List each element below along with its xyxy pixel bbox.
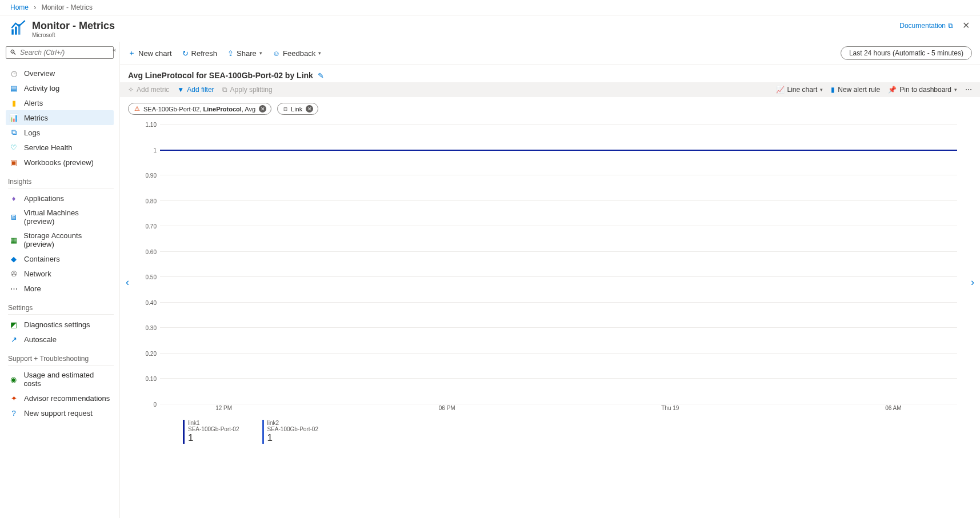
split-pill[interactable]: ⧈ Link ✕ — [277, 103, 318, 115]
y-tick-label: 0.90 — [146, 172, 157, 179]
remove-pill-icon[interactable]: ✕ — [306, 105, 313, 113]
sidebar-item-virtual-machines-preview-[interactable]: 🖥Virtual Machines (preview) — [6, 206, 114, 228]
nav-icon: 📊 — [9, 113, 18, 122]
sidebar-item-activity-log[interactable]: ▤Activity log — [6, 81, 114, 95]
sidebar-item-usage-and-estimated-costs[interactable]: ◉Usage and estimated costs — [6, 368, 114, 391]
y-tick-label: 0 — [153, 401, 157, 408]
add-metric-button[interactable]: ✧Add metric — [128, 86, 169, 94]
nav-label: Activity log — [24, 84, 59, 93]
chart-next-icon[interactable]: › — [971, 276, 974, 288]
chevron-down-icon: ▾ — [259, 50, 262, 56]
nav-icon: ▤ — [9, 83, 18, 93]
nav-icon: ◉ — [9, 375, 18, 384]
sidebar-item-overview[interactable]: ◷Overview — [6, 66, 114, 81]
y-tick-label: 0.60 — [146, 248, 157, 255]
sidebar-item-new-support-request[interactable]: ?New support request — [6, 405, 114, 420]
chevron-down-icon: ▾ — [318, 50, 321, 56]
sidebar-item-workbooks-preview-[interactable]: ▣Workbooks (preview) — [6, 155, 114, 170]
sidebar-item-more[interactable]: ⋯More — [6, 281, 114, 296]
search-box[interactable]: 🔍︎ — [6, 46, 114, 59]
legend-value: 1 — [267, 432, 319, 444]
metric-pill[interactable]: ⚠ SEA-100Gb-Port-02, LineProtocol, Avg ✕ — [128, 103, 271, 115]
external-link-icon: ⧉ — [948, 22, 953, 30]
chart-legend: link1 SEA-100Gb-Port-02 1 link2 SEA-100G… — [143, 414, 957, 444]
sidebar-item-alerts[interactable]: ▮Alerts — [6, 95, 114, 110]
search-icon: 🔍︎ — [10, 49, 17, 57]
sidebar-item-storage-accounts-preview-[interactable]: ▦Storage Accounts (preview) — [6, 228, 114, 251]
sidebar-item-diagnostics-settings[interactable]: ◩Diagnostics settings — [6, 317, 114, 332]
page-header: Monitor - Metrics Microsoft Documentatio… — [0, 15, 980, 42]
sparkle-icon: ✧ — [128, 86, 134, 94]
split-icon: ⧈ — [283, 105, 287, 113]
gridline: 0.50 — [160, 276, 957, 277]
feedback-button[interactable]: ☺Feedback ▾ — [273, 49, 321, 58]
legend-item-2[interactable]: link2 SEA-100Gb-Port-02 1 — [262, 420, 319, 444]
y-tick-label: 0.80 — [146, 198, 157, 204]
nav-icon: 🖥 — [9, 212, 18, 222]
edit-title-icon[interactable]: ✎ — [318, 71, 324, 80]
sidebar-item-network[interactable]: ✇Network — [6, 266, 114, 281]
gridline: 1.10 — [160, 124, 957, 125]
add-filter-button[interactable]: ▼Add filter — [177, 86, 214, 94]
time-range-picker[interactable]: Last 24 hours (Automatic - 5 minutes) — [841, 46, 972, 60]
nav-icon: ◷ — [9, 69, 18, 78]
sidebar-item-applications[interactable]: ♦Applications — [6, 191, 114, 206]
gridline: 0.10 — [160, 378, 957, 379]
nav-label: Logs — [24, 129, 40, 137]
sidebar-item-autoscale[interactable]: ↗Autoscale — [6, 332, 114, 347]
feedback-icon: ☺ — [273, 49, 280, 58]
share-button[interactable]: ⇪Share ▾ — [227, 49, 262, 58]
breadcrumb-home[interactable]: Home — [10, 3, 29, 11]
apply-splitting-button[interactable]: ⧉Apply splitting — [222, 86, 273, 94]
sidebar-item-logs[interactable]: ⧉Logs — [6, 125, 114, 140]
nav-label: Alerts — [24, 99, 43, 107]
gridline: 0.30 — [160, 327, 957, 328]
y-tick-label: 0.50 — [146, 274, 157, 280]
refresh-button[interactable]: ↻Refresh — [182, 49, 218, 58]
gridline: 0.90 — [160, 175, 957, 175]
nav-icon: ♦ — [9, 194, 18, 203]
warning-icon: ⚠ — [134, 105, 140, 113]
nav-label: Service Health — [24, 143, 73, 152]
collapse-sidebar-icon[interactable]: « — [113, 46, 116, 53]
nav-icon: ◆ — [9, 254, 18, 263]
more-button[interactable]: ⋯ — [965, 86, 972, 94]
sidebar-item-service-health[interactable]: ♡Service Health — [6, 140, 114, 155]
remove-pill-icon[interactable]: ✕ — [259, 105, 266, 113]
svg-rect-0 — [11, 29, 14, 34]
nav-label: Diagnostics settings — [24, 320, 90, 329]
legend-sub: SEA-100Gb-Port-02 — [188, 426, 239, 432]
split-pill-text: Link — [291, 106, 302, 113]
sidebar-item-advisor-recommendations[interactable]: ✦Advisor recommendations — [6, 391, 114, 405]
y-tick-label: 1.10 — [146, 122, 157, 128]
sidebar-item-containers[interactable]: ◆Containers — [6, 251, 114, 266]
nav-label: Storage Accounts (preview) — [23, 231, 110, 248]
chevron-down-icon: ▾ — [820, 87, 823, 93]
legend-sub: SEA-100Gb-Port-02 — [267, 426, 319, 432]
close-button[interactable]: ✕ — [962, 20, 970, 31]
svg-rect-1 — [15, 27, 17, 35]
chart-title: Avg LineProtocol for SEA-100Gb-Port-02 b… — [128, 71, 313, 80]
nav-label: Metrics — [24, 114, 48, 122]
pin-dashboard-button[interactable]: 📌Pin to dashboard ▾ — [888, 86, 957, 94]
nav-label: Usage and estimated costs — [23, 371, 110, 388]
search-input[interactable] — [20, 49, 110, 57]
chart-plot-area[interactable]: 1.1010.900.800.700.600.500.400.300.200.1… — [160, 124, 957, 404]
documentation-link[interactable]: Documentation ⧉ — [899, 22, 953, 30]
chart-type-dropdown[interactable]: 📈Line chart ▾ — [776, 86, 823, 94]
nav-label: Containers — [24, 255, 60, 263]
chart-prev-icon[interactable]: ‹ — [126, 276, 129, 288]
nav-label: Advisor recommendations — [24, 394, 110, 403]
new-alert-button[interactable]: ▮New alert rule — [831, 86, 880, 94]
legend-item-1[interactable]: link1 SEA-100Gb-Port-02 1 — [183, 420, 239, 444]
refresh-icon: ↻ — [182, 49, 189, 58]
chart-container: ‹ › 1.1010.900.800.700.600.500.400.300.2… — [120, 121, 980, 444]
share-icon: ⇪ — [227, 49, 234, 58]
gridline: 0.70 — [160, 226, 957, 226]
chart-x-axis: 12 PM06 PMThu 1906 AM — [160, 404, 957, 414]
x-tick-label: 12 PM — [215, 405, 232, 411]
new-chart-button[interactable]: ＋New chart — [128, 48, 172, 58]
breadcrumb-sep: › — [34, 3, 36, 11]
sidebar-item-metrics[interactable]: 📊Metrics — [6, 110, 114, 125]
nav-label: Network — [24, 270, 51, 278]
